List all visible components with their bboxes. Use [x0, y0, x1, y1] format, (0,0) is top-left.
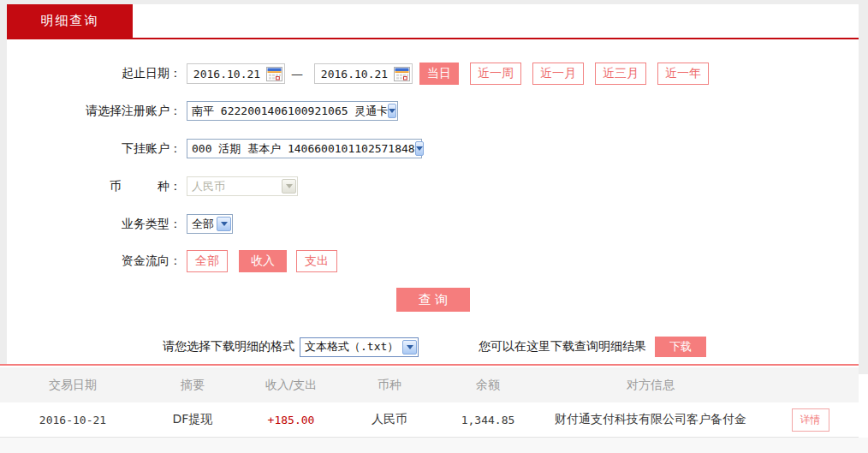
- start-date-value: 2016.10.21: [187, 68, 266, 80]
- quick-range-week-button[interactable]: 近一周: [470, 63, 521, 85]
- currency-row: 币 种： 人民币: [7, 176, 298, 196]
- download-hint: 您可以在这里下载查询明细结果: [479, 339, 646, 355]
- fund-flow-all-button[interactable]: 全部: [187, 250, 228, 272]
- chevron-down-icon: [282, 179, 296, 194]
- date-separator: —: [291, 67, 303, 80]
- table-header-row: 交易日期 摘要 收入/支出 币种 余额 对方信息: [0, 367, 859, 402]
- fund-flow-row: 资金流向： 全部 收入 支出: [7, 250, 337, 272]
- tab-bar: 明细查询: [7, 4, 859, 39]
- table-header-summary: 摘要: [146, 378, 240, 393]
- fund-flow-label: 资金流向：: [7, 253, 181, 269]
- quick-range-year-button[interactable]: 近一年: [657, 63, 709, 85]
- query-form-panel: 起止日期： 2016.10.21 — 2016.10.21: [7, 39, 859, 364]
- sub-account-value: 000 活期 基本户 1406600101102571848: [192, 141, 415, 157]
- register-account-value: 南平 6222001406100921065 灵通卡: [192, 104, 388, 119]
- fund-flow-income-button[interactable]: 收入: [239, 250, 287, 272]
- download-format-label: 请您选择下载明细的格式: [163, 339, 294, 355]
- cell-summary: DF提现: [146, 412, 240, 427]
- tab-detail-query[interactable]: 明细查询: [7, 4, 133, 38]
- quick-range-today-button[interactable]: 当日: [419, 63, 459, 85]
- sub-account-label: 下挂账户：: [7, 141, 181, 157]
- currency-value: 人民币: [192, 179, 225, 194]
- table-header-date: 交易日期: [0, 378, 146, 393]
- query-button[interactable]: 查询: [396, 288, 470, 312]
- download-row: 请您选择下载明细的格式 文本格式（.txt） 您可以在这里下载查询明细结果 下载: [163, 337, 706, 357]
- currency-label: 币 种：: [7, 179, 181, 194]
- page-background-right: [859, 4, 868, 374]
- detail-button[interactable]: 详情: [792, 408, 829, 432]
- end-date-input[interactable]: 2016.10.21: [314, 63, 413, 84]
- business-type-value: 全部: [192, 217, 214, 232]
- business-type-row: 业务类型： 全部: [7, 214, 233, 234]
- chevron-down-icon[interactable]: [402, 340, 417, 355]
- cell-balance: 1,344.85: [437, 414, 539, 426]
- cell-amount: +185.00: [240, 414, 342, 426]
- table-header-currency: 币种: [342, 378, 437, 393]
- sub-account-select[interactable]: 000 活期 基本户 1406600101102571848: [187, 139, 422, 158]
- section-divider: [0, 364, 859, 366]
- start-date-input[interactable]: 2016.10.21: [187, 63, 285, 84]
- page-background-left: [0, 4, 7, 364]
- calendar-icon[interactable]: [266, 67, 282, 81]
- fund-flow-expense-button[interactable]: 支出: [296, 250, 337, 272]
- table-header-counterparty: 对方信息: [539, 378, 762, 393]
- chevron-down-icon[interactable]: [415, 141, 424, 156]
- table-row: 2016-10-21 DF提现 +185.00 人民币 1,344.85 财付通…: [0, 402, 859, 438]
- business-type-select[interactable]: 全部: [187, 214, 233, 234]
- quick-range-quarter-button[interactable]: 近三月: [595, 63, 646, 85]
- chevron-down-icon[interactable]: [388, 104, 396, 118]
- currency-select: 人民币: [187, 176, 298, 196]
- download-format-value: 文本格式（.txt）: [305, 339, 398, 355]
- chevron-down-icon[interactable]: [217, 217, 231, 231]
- end-date-value: 2016.10.21: [315, 68, 394, 80]
- sub-account-row: 下挂账户： 000 活期 基本户 1406600101102571848: [7, 139, 422, 158]
- register-account-row: 请选择注册账户： 南平 6222001406100921065 灵通卡: [7, 101, 398, 121]
- register-account-label: 请选择注册账户：: [7, 104, 181, 119]
- date-range-label: 起止日期：: [7, 66, 181, 81]
- business-type-label: 业务类型：: [7, 217, 181, 232]
- cell-transaction-date: 2016-10-21: [0, 414, 146, 426]
- cell-counterparty: 财付通支付科技有限公司客户备付金: [539, 412, 762, 427]
- table-header-amount: 收入/支出: [240, 378, 342, 393]
- cell-currency: 人民币: [342, 412, 437, 427]
- register-account-select[interactable]: 南平 6222001406100921065 灵通卡: [187, 101, 398, 121]
- table-header-balance: 余额: [437, 378, 539, 393]
- download-format-select[interactable]: 文本格式（.txt）: [300, 337, 419, 357]
- calendar-icon[interactable]: [394, 67, 410, 81]
- quick-range-month-button[interactable]: 近一月: [532, 63, 584, 85]
- download-button[interactable]: 下载: [655, 337, 706, 357]
- date-range-row: 起止日期： 2016.10.21 — 2016.10.21: [7, 63, 709, 85]
- page-background-bottom: [0, 438, 868, 453]
